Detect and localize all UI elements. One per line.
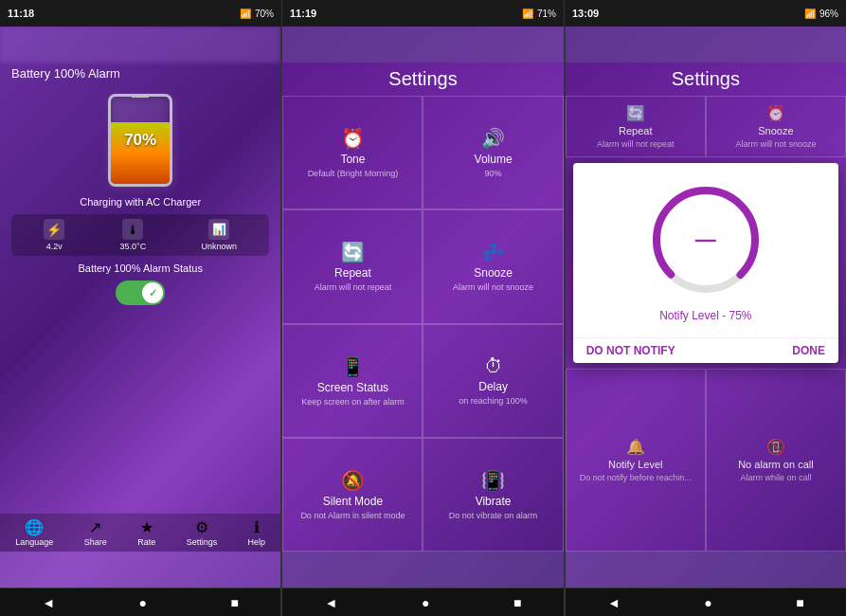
settings-grid: ⏰ Tone Default (Bright Morning) 🔊 Volume… [282,96,563,552]
share-label: Share [84,537,107,547]
tone-icon: ⏰ [341,127,365,150]
status-icons-1: 📶 70% [240,9,274,19]
language-label: Language [15,537,53,547]
volume-sub: 90% [485,169,502,178]
home-btn-1[interactable]: ● [139,595,147,610]
stat-unknown: 📊 Unknown [202,219,238,251]
settings-cell-screen-status[interactable]: 📱 Screen Status Keep screen on after ala… [282,324,423,438]
bottom-blur-1 [0,552,280,588]
battery-visual-container: 70% [11,90,269,190]
battery-visual: 70% [100,90,181,190]
settings-cell-volume[interactable]: 🔊 Volume 90% [423,96,563,209]
settings3-bottom-grid: 🔔 Notify Level Do not notify before reac… [566,369,846,552]
settings-cell-silent[interactable]: 🔕 Silent Mode Do not Alarm in silent mod… [282,438,423,552]
status-bar-screen2: 11:19 📶 71% [282,0,564,27]
status-time-3: 13:09 [572,8,599,19]
voltage-icon: ⚡ [44,219,64,240]
settings-cell-delay[interactable]: ⏱ Delay on reaching 100% [423,324,563,438]
sys-nav-3: ◄ ● ■ [566,588,846,616]
temp-icon: 🌡 [122,219,143,240]
recent-btn-3[interactable]: ■ [796,595,803,610]
screen-settings-dialog: Settings 🔄 Repeat Alarm will not repeat … [566,27,846,616]
app-title: Battery 100% Alarm [11,66,269,81]
bottom-nav-bar: 🌐 Language ↗ Share ★ Rate ⚙ Settings ℹ [0,513,280,552]
sys-nav-2: ◄ ● ■ [282,588,563,616]
recent-btn-2[interactable]: ■ [513,595,521,610]
back-btn-2[interactable]: ◄ [325,595,338,610]
nav-rate[interactable]: ★ Rate [137,518,155,547]
status-bar-screen1: 11:18 📶 70% [0,0,281,27]
vibrate-label: Vibrate [476,495,512,508]
signal-icon: 📶 [240,9,251,19]
settings-icon: ⚙ [195,518,208,536]
alarm-status-label: Battery 100% Alarm Status [11,263,269,274]
top-blur-2 [282,27,563,63]
back-btn-1[interactable]: ◄ [42,595,55,610]
settings3-title: Settings [566,63,846,96]
home-btn-2[interactable]: ● [422,595,429,610]
vibrate-icon: 📳 [481,469,505,492]
sys-nav-1: ◄ ● ■ [0,588,280,616]
settings3-cell-snooze[interactable]: ⏰ Snooze Alarm will not snooze [706,96,846,157]
toggle-check-icon: ✓ [149,287,157,299]
bottom-blur-2 [282,552,563,588]
repeat3-label: Repeat [619,125,652,136]
nav-settings[interactable]: ⚙ Settings [187,518,218,547]
recent-btn-1[interactable]: ■ [231,595,239,610]
toggle-knob: ✓ [142,282,163,303]
rate-icon: ★ [140,518,153,536]
screen-battery-alarm: Battery 100% Alarm 70% [0,27,280,616]
settings-cell-vibrate[interactable]: 📳 Vibrate Do not vibrate on alarm [423,438,563,552]
battery-status-3: 96% [819,9,838,19]
back-btn-3[interactable]: ◄ [607,595,621,610]
volume-label: Volume [475,153,513,166]
alarm-toggle[interactable]: ✓ [116,281,165,305]
do-not-notify-button[interactable]: DO NOT NOTIFY [586,344,675,357]
notify-icon: 🔔 [626,438,645,456]
home-btn-3[interactable]: ● [704,595,711,610]
no-alarm-call-label: No alarm on call [738,459,813,470]
settings3-cell-repeat[interactable]: 🔄 Repeat Alarm will not repeat [566,96,706,157]
done-button[interactable]: DONE [792,344,825,357]
nav-language[interactable]: 🌐 Language [15,518,53,547]
settings-cell-tone[interactable]: ⏰ Tone Default (Bright Morning) [282,96,423,209]
unknown-value: Unknown [202,242,238,251]
charging-status: Charging with AC Charger [11,196,269,208]
battery-status-2: 71% [537,9,556,19]
settings3-cell-no-alarm-call[interactable]: 📵 No alarm on call Alarm while on call [706,369,846,552]
alarm-toggle-row: ✓ [11,281,269,305]
snooze-sub: Alarm will not snooze [453,282,533,292]
screen-status-sub: Keep screen on after alarm [301,397,405,407]
top-blur-1 [0,27,280,63]
volume-icon: 🔊 [481,127,505,150]
nav-share[interactable]: ↗ Share [84,518,107,547]
stat-voltage: ⚡ 4.2v [44,219,64,251]
settings3-cell-notify[interactable]: 🔔 Notify Level Do not notify before reac… [566,369,706,552]
settings-cell-repeat[interactable]: 🔄 Repeat Alarm will not repeat [282,209,423,323]
battery-stats-row: ⚡ 4.2v 🌡 35.0°C 📊 Unknown [11,214,269,256]
settings3-top-grid: 🔄 Repeat Alarm will not repeat ⏰ Snooze … [566,96,846,157]
signal-icon-3: 📶 [804,9,816,19]
settings-cell-snooze[interactable]: 💤 Snooze Alarm will not snooze [423,209,563,323]
temp-value: 35.0°C [120,242,147,251]
tone-sub: Default (Bright Morning) [308,169,399,178]
repeat-icon: 🔄 [341,241,365,263]
circular-progress: — [644,178,767,301]
repeat-label: Repeat [334,266,371,280]
rate-label: Rate [137,537,155,547]
nav-help[interactable]: ℹ Help [248,518,266,547]
silent-label: Silent Mode [323,495,383,508]
tone-label: Tone [340,153,365,166]
stat-temp: 🌡 35.0°C [120,219,147,251]
status-time-1: 11:18 [8,8,34,19]
snooze3-icon: ⏰ [766,104,785,122]
language-icon: 🌐 [25,518,44,536]
repeat-sub: Alarm will not repeat [315,282,392,292]
battery-percent-label: 70% [124,131,156,150]
voltage-value: 4.2v [46,242,63,251]
help-icon: ℹ [254,518,260,536]
status-time-2: 11:19 [290,8,316,19]
dialog-actions: DO NOT NOTIFY DONE [573,337,838,363]
dialog-content: — Notify Level - 75% [573,163,838,337]
help-label: Help [248,537,266,547]
